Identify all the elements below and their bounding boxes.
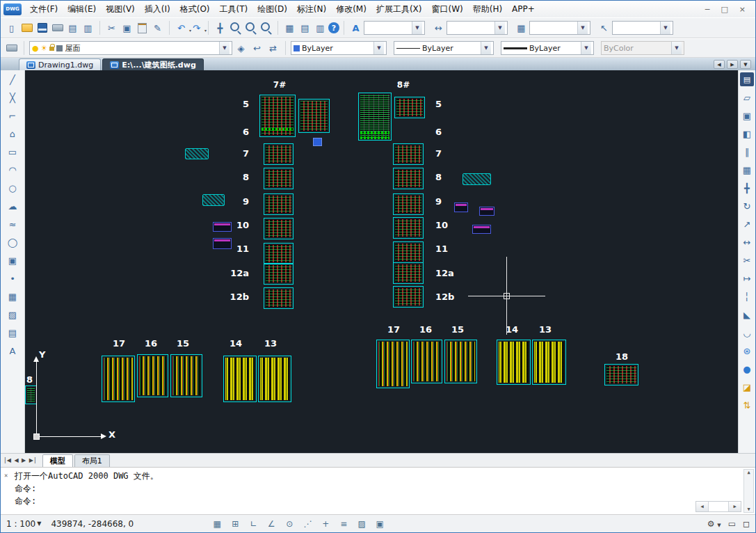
- publish-icon[interactable]: ▥: [81, 21, 95, 35]
- color-select[interactable]: ByLayer ▼: [291, 41, 387, 55]
- drawing-detail[interactable]: [454, 202, 468, 212]
- circle-icon[interactable]: ○: [6, 181, 19, 195]
- floor-label[interactable]: 9: [227, 197, 249, 207]
- new-file-icon[interactable]: ▯: [4, 21, 19, 35]
- building-label[interactable]: 16: [415, 325, 436, 335]
- chamfer-icon[interactable]: ◣: [740, 308, 754, 321]
- osnap-icon[interactable]: ⊙: [282, 517, 296, 530]
- scroll-left-icon[interactable]: ◀: [696, 502, 708, 511]
- multileader-style-icon[interactable]: ↖: [597, 21, 611, 35]
- menu-file[interactable]: 文件(F): [25, 1, 63, 17]
- drawing-detail[interactable]: [213, 238, 232, 249]
- menu-tools[interactable]: 工具(T): [215, 1, 253, 17]
- make-current-layer-icon[interactable]: ◈: [234, 41, 248, 56]
- building-label[interactable]: 15: [447, 325, 468, 335]
- table-icon[interactable]: ▤: [6, 326, 19, 340]
- drawing-thumbnail[interactable]: [102, 356, 135, 402]
- drawing-outline[interactable]: [463, 173, 491, 185]
- rotate-icon[interactable]: ↻: [740, 199, 754, 213]
- menu-express-tools[interactable]: 扩展工具(X): [371, 1, 427, 17]
- building-label[interactable]: 17: [383, 325, 404, 335]
- drawing-thumbnail[interactable]: [264, 263, 293, 285]
- clean-screen-icon[interactable]: ▭: [728, 519, 736, 529]
- drawing-thumbnail[interactable]: [376, 340, 410, 388]
- drawing-thumbnail[interactable]: [264, 243, 293, 264]
- zoom-window-icon[interactable]: [243, 21, 258, 35]
- drawing-thumbnail[interactable]: [393, 241, 424, 263]
- building-label[interactable]: 14: [225, 339, 246, 349]
- drawing-detail[interactable]: [213, 222, 232, 232]
- drawing-thumbnail[interactable]: [532, 340, 566, 385]
- save-icon[interactable]: [35, 21, 49, 35]
- menu-help[interactable]: 帮助(H): [468, 1, 507, 17]
- menu-view[interactable]: 视图(V): [101, 1, 140, 17]
- zoom-previous-icon[interactable]: [259, 21, 273, 35]
- offset-icon[interactable]: ∥: [740, 145, 754, 159]
- menu-dimension[interactable]: 标注(N): [292, 1, 331, 17]
- paste-icon[interactable]: [135, 21, 150, 35]
- scale-select[interactable]: 1 : 100 ▼: [6, 519, 41, 529]
- drawing-thumbnail[interactable]: [264, 168, 293, 189]
- layer-on-icon[interactable]: ●: [32, 44, 39, 53]
- render-icon[interactable]: ●: [740, 362, 754, 376]
- menu-insert[interactable]: 插入(I): [140, 1, 175, 17]
- drawing-thumbnail[interactable]: [264, 143, 293, 165]
- chevron-down-icon[interactable]: ▼: [577, 22, 588, 34]
- drawing-thumbnail[interactable]: [170, 354, 202, 397]
- polygon-icon[interactable]: ⌂: [6, 127, 19, 141]
- layout-manager-icon[interactable]: ▥: [313, 21, 328, 35]
- drawing-detail[interactable]: [472, 225, 491, 234]
- command-window[interactable]: ✕ 打开一个AutoCAD 2000 DWG 文件。 命令: 命令: ◀ ▶ ▲…: [1, 467, 755, 514]
- floor-label[interactable]: 5: [227, 100, 249, 109]
- multiline-text-icon[interactable]: A: [6, 344, 19, 358]
- app-logo-icon[interactable]: DWG: [3, 3, 22, 15]
- floor-label[interactable]: 5: [435, 100, 458, 109]
- chevron-down-icon[interactable]: ▼: [219, 42, 230, 54]
- floor-label[interactable]: 12a: [435, 269, 458, 278]
- chevron-down-icon[interactable]: ▼: [412, 22, 422, 34]
- command-vscrollbar[interactable]: ▲ ▼: [743, 469, 754, 513]
- drawing-thumbnail[interactable]: [393, 286, 424, 308]
- selection-cycling-icon[interactable]: ▣: [373, 517, 387, 530]
- scroll-down-icon[interactable]: ▼: [747, 507, 750, 512]
- drawing-thumbnail[interactable]: [264, 218, 293, 239]
- open-folder-icon[interactable]: [19, 21, 34, 35]
- menu-app-plus[interactable]: APP+: [507, 2, 540, 16]
- building-label[interactable]: 17: [108, 339, 129, 349]
- dynamic-input-icon[interactable]: +: [319, 517, 332, 530]
- table-style-icon[interactable]: ▦: [514, 21, 529, 35]
- point-icon[interactable]: •: [6, 271, 19, 285]
- drawing-detail[interactable]: [313, 138, 322, 146]
- lineweight-select[interactable]: ByLayer ▼: [501, 41, 594, 55]
- layer-translate-icon[interactable]: ⇅: [740, 398, 754, 412]
- mirror-icon[interactable]: ◧: [740, 127, 754, 141]
- scroll-right-ic[interactable]: ▶: [729, 502, 741, 511]
- building-label[interactable]: 13: [535, 325, 556, 335]
- building-label[interactable]: 8: [26, 375, 33, 385]
- drawing-thumbnail[interactable]: [411, 340, 442, 383]
- layer-lock-icon[interactable]: [49, 47, 54, 51]
- doc-tab-construction-drawing[interactable]: E:\...\建筑图纸.dwg: [102, 58, 204, 70]
- text-style-icon[interactable]: A: [348, 21, 363, 35]
- scroll-up-icon[interactable]: ▲: [747, 470, 750, 475]
- line-icon[interactable]: ╱: [6, 72, 19, 86]
- scale-icon[interactable]: ↗: [740, 217, 754, 231]
- print-preview-icon[interactable]: ▤: [65, 21, 80, 35]
- layer-properties-icon[interactable]: ▦: [282, 21, 297, 35]
- tab-menu-icon[interactable]: ▼: [740, 60, 751, 69]
- fillet-icon[interactable]: ◡: [740, 326, 754, 340]
- drawing-thumbnail[interactable]: [264, 287, 293, 309]
- floor-label[interactable]: 12b: [227, 292, 249, 302]
- chevron-down-icon[interactable]: ▼: [494, 22, 505, 34]
- layer-color-swatch[interactable]: [56, 45, 63, 51]
- drawing-thumbnail[interactable]: [444, 340, 477, 383]
- menu-format[interactable]: 格式(O): [175, 1, 215, 17]
- floor-label[interactable]: 8: [227, 173, 249, 182]
- polar-icon[interactable]: ∠: [264, 517, 278, 530]
- extend-icon[interactable]: ↦: [740, 271, 754, 285]
- drawing-thumbnail[interactable]: [604, 364, 638, 385]
- array-icon[interactable]: ▦: [740, 163, 754, 177]
- drawing-detail[interactable]: [479, 207, 494, 216]
- break-icon[interactable]: ╎: [740, 289, 754, 303]
- drawing-group-label[interactable]: 8#: [391, 80, 416, 90]
